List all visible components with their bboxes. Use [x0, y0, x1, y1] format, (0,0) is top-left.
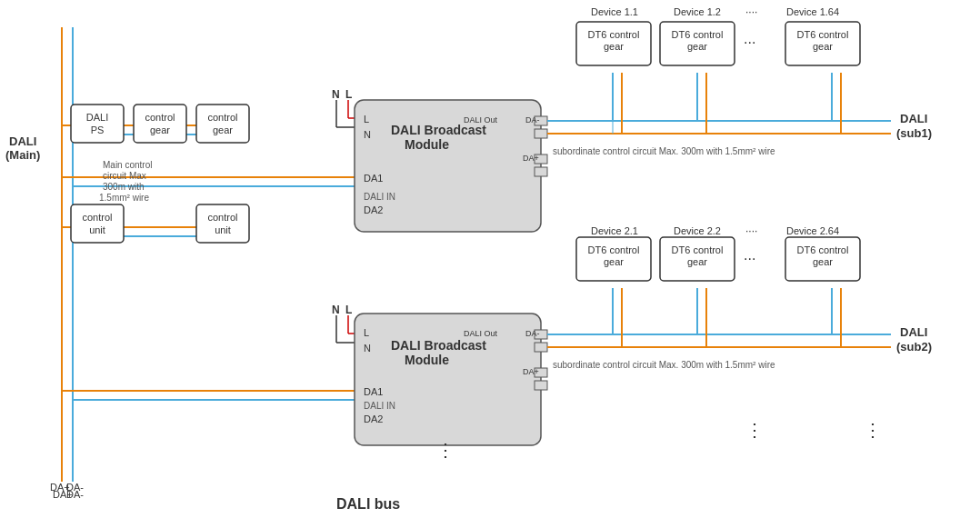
svg-text:gear: gear — [150, 125, 170, 135]
svg-text:1.5mm² wire: 1.5mm² wire — [99, 193, 149, 203]
svg-text:control: control — [207, 112, 237, 123]
svg-text:control: control — [207, 212, 237, 223]
svg-rect-120 — [134, 105, 186, 143]
svg-text:L: L — [364, 327, 369, 338]
svg-text:Device 1.1: Device 1.1 — [591, 6, 638, 17]
svg-text:circuit Max: circuit Max — [103, 171, 146, 181]
svg-text:DA+: DA+ — [523, 367, 539, 376]
svg-text:subordinate control circuit Ma: subordinate control circuit Max. 300m wi… — [553, 146, 775, 156]
svg-text:DALI: DALI — [900, 325, 927, 339]
svg-text:···: ··· — [744, 35, 755, 50]
svg-text:gear: gear — [687, 41, 707, 52]
svg-text:gear: gear — [604, 256, 624, 267]
svg-text:⋮: ⋮ — [745, 420, 764, 440]
svg-text:DT6 control: DT6 control — [672, 244, 724, 255]
svg-text:(sub1): (sub1) — [896, 126, 932, 140]
svg-text:DALI: DALI — [86, 112, 108, 123]
svg-rect-38 — [535, 129, 547, 138]
svg-text:Device 2.2: Device 2.2 — [674, 225, 721, 236]
svg-text:DT6 control: DT6 control — [588, 29, 640, 40]
svg-text:DT6 control: DT6 control — [588, 244, 640, 255]
svg-rect-40 — [535, 167, 547, 176]
svg-text:DA2: DA2 — [364, 204, 383, 215]
diagram: DA+ DA- DALI (Main) Main control circuit… — [0, 0, 980, 518]
svg-text:···: ··· — [744, 251, 755, 266]
svg-text:⋮: ⋮ — [436, 440, 455, 460]
svg-text:DALI Broadcast: DALI Broadcast — [391, 123, 486, 137]
svg-text:N: N — [364, 129, 371, 140]
svg-text:gear: gear — [604, 41, 624, 52]
svg-text:unit: unit — [89, 224, 105, 235]
svg-text:DALI Out: DALI Out — [464, 329, 498, 338]
svg-text:gear: gear — [687, 256, 707, 267]
svg-text:subordinate control circuit Ma: subordinate control circuit Max. 300m wi… — [553, 360, 775, 370]
svg-text:300m with: 300m with — [103, 182, 145, 192]
svg-text:Device 2.1: Device 2.1 — [591, 225, 638, 236]
svg-text:gear: gear — [813, 256, 833, 267]
svg-text:····: ···· — [745, 5, 757, 18]
svg-rect-51 — [355, 314, 541, 445]
svg-text:unit: unit — [215, 224, 231, 235]
svg-text:control: control — [145, 112, 175, 123]
svg-text:N: N — [332, 304, 340, 316]
svg-rect-55 — [535, 381, 547, 390]
svg-rect-117 — [71, 105, 124, 143]
svg-text:DA2: DA2 — [364, 413, 383, 424]
svg-text:DALI IN: DALI IN — [364, 192, 395, 202]
svg-text:gear: gear — [213, 125, 233, 135]
svg-text:DA-: DA- — [525, 329, 540, 338]
svg-text:Device 1.64: Device 1.64 — [786, 6, 839, 17]
svg-text:DT6 control: DT6 control — [672, 29, 724, 40]
svg-rect-53 — [535, 343, 547, 352]
svg-text:DT6 control: DT6 control — [797, 29, 849, 40]
svg-rect-123 — [196, 105, 249, 143]
svg-text:Module: Module — [405, 353, 449, 367]
svg-text:PS: PS — [91, 125, 105, 135]
svg-text:control: control — [82, 212, 112, 223]
svg-text:(sub2): (sub2) — [896, 340, 932, 354]
svg-text:(Main): (Main) — [5, 148, 40, 162]
svg-text:DA1: DA1 — [364, 173, 383, 184]
svg-text:N: N — [364, 343, 371, 354]
svg-text:····: ···· — [745, 224, 757, 237]
svg-text:L: L — [364, 114, 369, 125]
svg-text:DALI: DALI — [900, 112, 927, 125]
svg-text:DALI: DALI — [9, 134, 36, 148]
svg-text:gear: gear — [813, 41, 833, 52]
svg-text:DALI IN: DALI IN — [364, 401, 395, 411]
svg-text:Module: Module — [405, 137, 449, 152]
svg-text:L: L — [345, 304, 352, 316]
svg-text:L: L — [345, 88, 352, 101]
svg-text:DA1: DA1 — [364, 386, 383, 397]
svg-text:DA-: DA- — [525, 115, 540, 125]
svg-text:DALI Broadcast: DALI Broadcast — [391, 338, 486, 353]
svg-rect-129 — [196, 204, 249, 243]
svg-text:N: N — [332, 88, 340, 101]
svg-text:DA+: DA+ — [523, 154, 539, 163]
svg-text:DA-: DA- — [66, 482, 84, 493]
svg-rect-126 — [71, 204, 124, 243]
svg-text:DT6 control: DT6 control — [797, 244, 849, 255]
svg-text:Device 1.2: Device 1.2 — [674, 6, 721, 17]
svg-text:Device 2.64: Device 2.64 — [786, 225, 839, 236]
svg-text:Main control: Main control — [103, 160, 152, 170]
svg-text:DALI bus: DALI bus — [336, 496, 400, 512]
svg-text:⋮: ⋮ — [864, 420, 882, 440]
svg-text:DALI Out: DALI Out — [464, 115, 498, 125]
